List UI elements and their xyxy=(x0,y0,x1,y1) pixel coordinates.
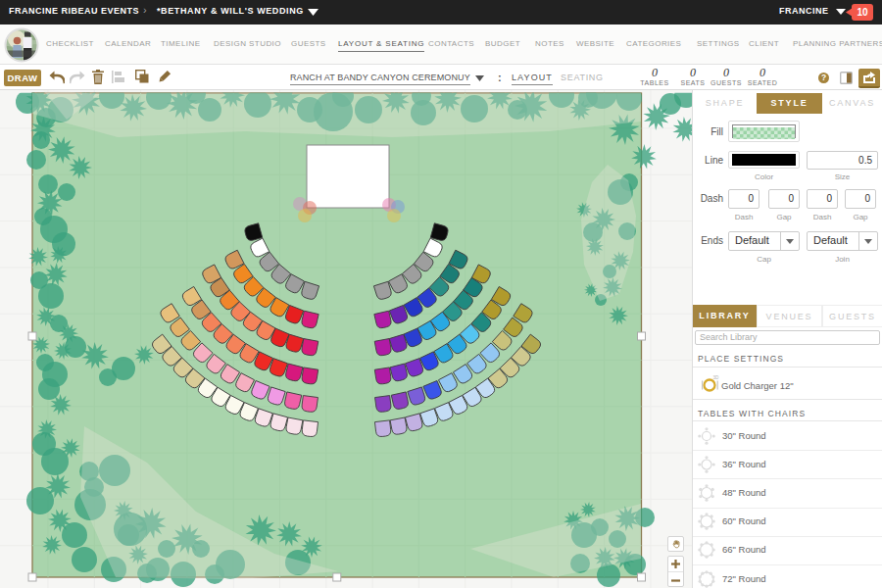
svg-text:3D: 3D xyxy=(713,375,720,380)
